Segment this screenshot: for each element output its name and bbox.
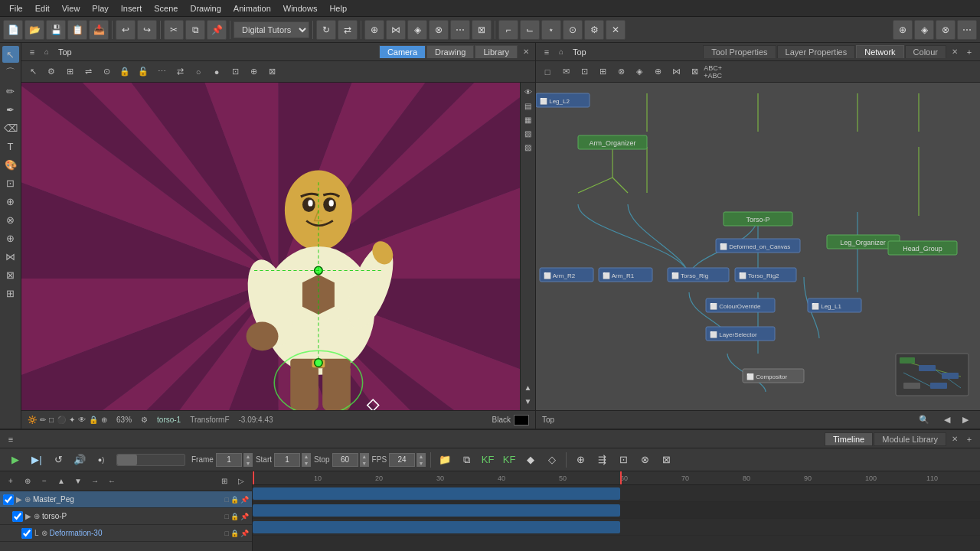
save-button[interactable]: 💾 xyxy=(46,20,66,40)
sound-button[interactable]: 🔊 xyxy=(70,451,89,469)
tab-timeline[interactable]: Timeline xyxy=(825,432,873,446)
bucket-tool[interactable]: ⊡ xyxy=(2,174,19,191)
next-frame-button[interactable]: ▶| xyxy=(28,451,46,469)
network-merge-btn[interactable]: ⊞ xyxy=(594,64,611,80)
folder-btn[interactable]: 📁 xyxy=(436,451,454,469)
flip-button[interactable]: ⇄ xyxy=(338,20,358,40)
bg-color-swatch[interactable] xyxy=(514,415,529,425)
timeline-frames[interactable]: 10 20 30 40 50 60 70 80 90 100 110 xyxy=(253,471,980,551)
layer-settings-btn[interactable]: ⊞ xyxy=(217,474,232,489)
tab-module-library[interactable]: Module Library xyxy=(874,432,946,446)
right-scroll-left[interactable]: ◀ xyxy=(939,412,956,429)
menu-insert[interactable]: Insert xyxy=(115,2,149,15)
layer-vis-master-peg[interactable] xyxy=(3,494,14,505)
move-down-btn[interactable]: ▼ xyxy=(70,474,86,489)
vp-lock-btn[interactable]: 🔒 xyxy=(116,64,133,80)
layer-lock-master-peg[interactable]: □ xyxy=(225,496,229,504)
network-view[interactable]: Arm_Organizer Torso-P ⬜ Deformed_on_Canv… xyxy=(536,83,980,410)
right-search-btn[interactable]: 🔍 xyxy=(916,412,933,429)
select-tool[interactable]: ↖ xyxy=(2,46,19,63)
vp-light-btn[interactable]: ○ xyxy=(190,64,207,80)
delete-layer-btn[interactable]: − xyxy=(37,474,52,489)
move-up-btn[interactable]: ▲ xyxy=(54,474,69,489)
menu-play[interactable]: Play xyxy=(86,2,114,15)
contour-tool[interactable]: ⌒ xyxy=(2,64,19,81)
rigging-button[interactable]: ⋈ xyxy=(386,20,406,40)
vp-lock2-btn[interactable]: 🔓 xyxy=(135,64,152,80)
frame-spinner[interactable]: ▲ ▼ xyxy=(243,453,253,467)
right-breadcrumb[interactable]: Top xyxy=(568,46,591,58)
timeline-expand-btn[interactable]: + xyxy=(962,432,977,447)
frame-spin-down[interactable]: ▼ xyxy=(243,460,253,467)
menu-help[interactable]: Help xyxy=(323,2,353,15)
tab-layer-properties[interactable]: Layer Properties xyxy=(777,45,856,58)
import-button[interactable]: 📥 xyxy=(89,20,109,40)
network-abc-btn[interactable]: ABC++ABC xyxy=(704,64,721,80)
layer-lock-deformation[interactable]: □ xyxy=(225,530,229,537)
stop-input[interactable] xyxy=(332,453,358,467)
extra-tl-2[interactable]: ⊠ xyxy=(657,451,675,469)
layer-v-torso-p[interactable]: 🔒 xyxy=(230,513,239,520)
layer-row-master-peg[interactable]: ▶ ⊕ Master_Peg □ 🔒 📌 xyxy=(0,491,252,508)
scale-tool[interactable]: ⊞ xyxy=(2,285,19,302)
tab-colour[interactable]: Colour xyxy=(905,45,946,58)
vp-grid-btn[interactable]: ⊞ xyxy=(61,64,78,80)
network-group-btn[interactable]: ⊡ xyxy=(576,64,593,80)
network-peg-btn[interactable]: ◈ xyxy=(631,64,648,80)
menu-scene[interactable]: Scene xyxy=(148,2,184,15)
workspace-dropdown[interactable]: Digital Tutors Default Compositing xyxy=(234,21,309,38)
vp-flip-btn[interactable]: ⇄ xyxy=(172,64,188,80)
layer-pin-torso-p[interactable]: 📌 xyxy=(240,513,249,520)
network-deform-btn[interactable]: ⋈ xyxy=(668,64,684,80)
indent-btn[interactable]: → xyxy=(87,474,103,489)
vp-safe-frame-btn[interactable]: ⊠ xyxy=(263,64,280,80)
extra-btn-1[interactable]: ⊕ xyxy=(893,20,913,40)
network-envelope-btn[interactable]: ✉ xyxy=(557,64,574,80)
vp-onion-btn[interactable]: ⋯ xyxy=(153,64,170,80)
text-tool[interactable]: T xyxy=(2,138,19,155)
vp-stroke-btn[interactable]: ⊡ xyxy=(227,64,243,80)
layer-v-deformation[interactable]: 🔒 xyxy=(230,530,239,537)
settings-btn[interactable]: ⚙ xyxy=(584,20,604,40)
eraser-tool[interactable]: ⌫ xyxy=(2,119,19,136)
tab-camera[interactable]: Camera xyxy=(379,45,426,58)
layer-vis-torso-p[interactable] xyxy=(12,511,23,522)
play-button[interactable]: ▶ xyxy=(6,451,24,469)
reset-button[interactable]: ⊙ xyxy=(563,20,583,40)
vp-settings-btn[interactable]: ⚙ xyxy=(43,64,60,80)
fps-spin-down[interactable]: ▼ xyxy=(416,460,426,467)
start-spin-up[interactable]: ▲ xyxy=(302,453,311,460)
vp-camera-btn[interactable]: ⊙ xyxy=(98,64,115,80)
new-button[interactable]: 📄 xyxy=(3,20,23,40)
canvas-scroll-down[interactable]: ▼ xyxy=(522,395,534,407)
menu-view[interactable]: View xyxy=(56,2,87,15)
right-scroll-right[interactable]: ▶ xyxy=(957,412,974,429)
fk-button[interactable]: ⌙ xyxy=(520,20,540,40)
snap-btn[interactable]: ⊡ xyxy=(614,451,632,469)
envelope-button[interactable]: ⊠ xyxy=(472,20,492,40)
layer-row-torso-p[interactable]: ▶ ⊕ torso-P □ 🔒 📌 xyxy=(0,508,252,525)
pivot-tool[interactable]: ⊕ xyxy=(2,230,19,246)
network-layer-btn[interactable]: ⊕ xyxy=(649,64,666,80)
fps-spinner[interactable]: ▲ ▼ xyxy=(416,453,426,467)
bone-deform-tool[interactable]: ⋈ xyxy=(2,248,19,265)
layer-pin-master-peg[interactable]: 📌 xyxy=(240,496,249,504)
canvas-layer-btn[interactable]: ▤ xyxy=(522,99,534,112)
menu-file[interactable]: File xyxy=(3,2,29,15)
open-button[interactable]: 📂 xyxy=(24,20,44,40)
frame-spin-up[interactable]: ▲ xyxy=(243,453,253,460)
layer-lock-torso-p[interactable]: □ xyxy=(225,513,229,520)
menu-edit[interactable]: Edit xyxy=(29,2,56,15)
right-panel-close-btn[interactable]: ✕ xyxy=(949,46,961,58)
close-toolbar-btn[interactable]: ✕ xyxy=(606,20,626,40)
viewport-breadcrumb[interactable]: Top xyxy=(54,46,77,58)
stop-spinner[interactable]: ▲ ▼ xyxy=(360,453,369,467)
copy-button[interactable]: ⧉ xyxy=(185,20,205,40)
right-expand-btn[interactable]: + xyxy=(962,44,977,60)
keyframe-ease-btn[interactable]: ◆ xyxy=(521,451,540,469)
connect-btn[interactable]: ⊕ xyxy=(571,451,590,469)
stop-spin-down[interactable]: ▼ xyxy=(360,460,369,467)
fps-spin-up[interactable]: ▲ xyxy=(416,453,426,460)
outdent-btn[interactable]: ← xyxy=(104,474,119,489)
add-sub-layer-btn[interactable]: ⊕ xyxy=(20,474,35,489)
